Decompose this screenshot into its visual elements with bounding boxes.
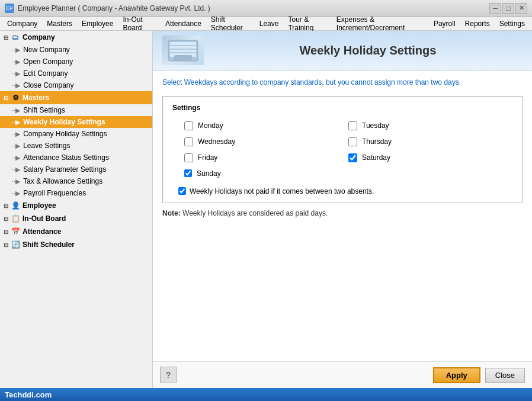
company-children: ··▶ New Company ··▶ Open Company ··▶ Edi… <box>0 44 152 91</box>
menu-company[interactable]: Company <box>2 17 42 30</box>
monday-label: Monday <box>198 121 223 130</box>
settings-box: Settings Monday Tuesday Wednesday <box>162 96 523 203</box>
thursday-label: Thursday <box>362 137 392 146</box>
menu-tour[interactable]: Tour & Training <box>283 17 331 30</box>
company-label: Company <box>21 33 56 42</box>
sidebar: ⊟ 🗂 Company ··▶ New Company ··▶ Open Com… <box>0 31 153 388</box>
wednesday-label: Wednesday <box>198 137 235 146</box>
arrow-icon: ··▶ <box>12 46 20 54</box>
content-title: Weekly Holiday Settings <box>213 44 523 57</box>
sidebar-item-open-company[interactable]: ··▶ Open Company <box>0 56 152 68</box>
menu-masters[interactable]: Masters <box>42 17 77 30</box>
maximize-button[interactable]: □ <box>502 3 514 14</box>
tuesday-row: Tuesday <box>348 121 501 130</box>
sidebar-item-edit-company[interactable]: ··▶ Edit Company <box>0 68 152 79</box>
expand-shift-scheduler-icon: ⊟ <box>1 240 11 249</box>
attendance-label: Attendance <box>21 227 62 236</box>
menu-shift[interactable]: Shift Scheduler <box>206 17 255 30</box>
content-body: Select Weekdays according to company sta… <box>153 70 532 361</box>
menu-expenses[interactable]: Expenses & Increment/Decrement <box>332 17 429 30</box>
sidebar-scroll[interactable]: ⊟ 🗂 Company ··▶ New Company ··▶ Open Com… <box>0 31 152 388</box>
sidebar-item-new-company[interactable]: ··▶ New Company <box>0 44 152 56</box>
sidebar-item-shift-settings[interactable]: ··▶ Shift Settings <box>0 104 152 116</box>
note-description: Weekly Holidays are considered as paid d… <box>182 209 328 217</box>
title-bar: EP Employee Planner ( Company - Anawhite… <box>0 0 532 17</box>
help-button[interactable]: ? <box>160 367 177 383</box>
wednesday-checkbox[interactable] <box>184 137 193 146</box>
menu-inout[interactable]: In-Out Board <box>118 17 161 30</box>
menu-payroll[interactable]: Payroll <box>429 17 460 30</box>
tuesday-label: Tuesday <box>362 121 389 130</box>
main-container: ⊟ 🗂 Company ··▶ New Company ··▶ Open Com… <box>0 31 532 388</box>
sidebar-item-shift-scheduler[interactable]: ⊟ 🔄 Shift Scheduler <box>0 238 152 251</box>
saturday-row: Saturday <box>348 153 501 162</box>
salary-parameter-label: Salary Parameter Settings <box>22 165 107 174</box>
app-icon: EP <box>5 4 14 13</box>
status-text: Techddi.com <box>5 390 52 399</box>
attendance-folder-icon: 📅 <box>11 227 20 236</box>
sidebar-item-tax-allowance[interactable]: ··▶ Tax & Allowance Settings <box>0 175 152 187</box>
saturday-label: Saturday <box>362 153 390 162</box>
note-label: Note: <box>162 209 181 217</box>
days-grid: Monday Tuesday Wednesday Thursday <box>172 119 512 165</box>
sidebar-item-inout[interactable]: ⊟ 📋 In-Out Board <box>0 212 152 225</box>
status-bar: Techddi.com <box>0 388 532 401</box>
sidebar-item-masters[interactable]: ⊟ ⚙ Masters <box>0 91 152 104</box>
sidebar-item-payroll-frequencies[interactable]: ··▶ Payroll Frequencies <box>0 187 152 199</box>
header-image <box>162 36 204 65</box>
menu-settings[interactable]: Settings <box>495 17 530 30</box>
info-text: Select Weekdays according to company sta… <box>162 78 523 88</box>
expand-attendance-icon: ⊟ <box>1 227 11 236</box>
inout-label: In-Out Board <box>21 214 67 223</box>
menu-reports[interactable]: Reports <box>460 17 495 30</box>
monday-checkbox[interactable] <box>184 121 193 130</box>
apply-button[interactable]: Apply <box>433 367 480 383</box>
thursday-row: Thursday <box>348 137 501 146</box>
shift-scheduler-folder-icon: 🔄 <box>11 240 20 249</box>
weekly-holiday-label: Weekly Holiday Settings <box>22 117 107 127</box>
menu-employee[interactable]: Employee <box>77 17 118 30</box>
minimize-button[interactable]: ─ <box>489 3 501 14</box>
sidebar-item-attendance-status[interactable]: ··▶ Attendance Status Settings <box>0 152 152 163</box>
shift-scheduler-label: Shift Scheduler <box>21 240 76 249</box>
sunday-checkbox[interactable] <box>184 169 192 177</box>
arrow-icon: ··▶ <box>12 130 20 138</box>
expand-masters-icon: ⊟ <box>1 93 11 102</box>
close-button[interactable]: ✕ <box>515 3 527 14</box>
friday-label: Friday <box>198 153 217 162</box>
sidebar-item-close-company[interactable]: ··▶ Close Company <box>0 79 152 91</box>
note-checkbox-row: Weekly Holidays not paid if it comes bet… <box>172 187 512 195</box>
sidebar-item-employee[interactable]: ⊟ 👤 Employee <box>0 199 152 212</box>
friday-checkbox[interactable] <box>184 153 193 162</box>
tuesday-checkbox[interactable] <box>348 121 357 130</box>
note-checkbox[interactable] <box>178 187 186 195</box>
close-button[interactable]: Close <box>485 368 525 383</box>
title-bar-text: Employee Planner ( Company - Anawhite Ga… <box>18 4 210 12</box>
sidebar-item-attendance[interactable]: ⊟ 📅 Attendance <box>0 225 152 238</box>
arrow-icon: ··▶ <box>12 82 20 89</box>
company-folder-icon: 🗂 <box>11 33 20 42</box>
menu-leave[interactable]: Leave <box>255 17 284 30</box>
bottom-bar: ? Apply Close <box>153 361 532 388</box>
arrow-icon: ··▶ <box>12 142 20 150</box>
masters-label: Masters <box>21 93 50 102</box>
window-controls: ─ □ ✕ <box>489 3 527 14</box>
saturday-checkbox[interactable] <box>348 153 357 162</box>
close-company-label: Close Company <box>22 81 75 90</box>
menu-attendance[interactable]: Attendance <box>161 17 206 30</box>
sidebar-item-leave-settings[interactable]: ··▶ Leave Settings <box>0 140 152 152</box>
friday-row: Friday <box>184 153 336 162</box>
sidebar-item-company-holiday[interactable]: ··▶ Company Holiday Settings <box>0 128 152 140</box>
thursday-checkbox[interactable] <box>348 137 357 146</box>
sidebar-item-salary-parameter[interactable]: ··▶ Salary Parameter Settings <box>0 163 152 175</box>
attendance-status-label: Attendance Status Settings <box>22 153 110 162</box>
svg-rect-5 <box>174 55 192 61</box>
arrow-icon: ··▶ <box>12 118 20 126</box>
sidebar-item-company[interactable]: ⊟ 🗂 Company <box>0 31 152 44</box>
employee-label: Employee <box>21 201 57 210</box>
masters-folder-icon: ⚙ <box>11 93 20 102</box>
sidebar-item-weekly-holiday[interactable]: ··▶ Weekly Holiday Settings <box>0 116 152 128</box>
note-checkbox-label: Weekly Holidays not paid if it comes bet… <box>190 187 374 195</box>
expand-employee-icon: ⊟ <box>1 201 11 210</box>
open-company-label: Open Company <box>22 57 74 66</box>
